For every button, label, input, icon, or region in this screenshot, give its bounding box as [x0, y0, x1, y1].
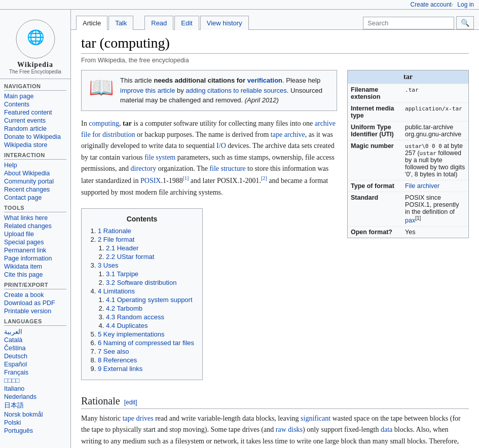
svg-text:🌐: 🌐	[26, 29, 44, 46]
sidebar-item-store[interactable]: Wikipedia store	[4, 141, 66, 149]
warning-icon: 📖	[89, 76, 114, 99]
toc-item-3[interactable]: 3 Uses 3.1 Tarpipe 3.2 Software distribu…	[98, 262, 194, 286]
sidebar-item-related-changes[interactable]: Related changes	[4, 222, 66, 230]
sidebar-item-lang-it[interactable]: Italiano	[4, 385, 66, 393]
significant-link[interactable]: significant	[301, 415, 330, 422]
languages-section: Languages العربية Català Čeština Deutsch…	[0, 318, 70, 435]
languages-title: Languages	[4, 318, 66, 326]
create-account-link[interactable]: Create account	[411, 1, 452, 8]
infobox-label-uti: Uniform Type Identifier (UTI)	[348, 122, 402, 140]
infobox-label-open: Open format?	[348, 227, 402, 238]
tab-view-history[interactable]: View history	[200, 16, 249, 30]
tab-article[interactable]: Article	[76, 16, 107, 30]
sidebar-item-what-links[interactable]: What links here	[4, 214, 66, 222]
verification-link[interactable]: verification	[247, 77, 282, 84]
toc-sublist-3: 3.1 Tarpipe 3.2 Software distribution	[106, 270, 194, 286]
sidebar-item-lang-ja[interactable]: 日本語	[4, 401, 66, 410]
sidebar-item-about[interactable]: About Wikipedia	[4, 169, 66, 177]
search-input[interactable]	[363, 17, 454, 29]
toc-item-4-4[interactable]: 4.4 Duplicates	[106, 322, 194, 329]
adding-citations-link[interactable]: adding citations to reliable sources	[186, 87, 286, 94]
infobox-row-media: Internet media type application/x-tar	[348, 103, 468, 122]
file-system-link[interactable]: file system	[144, 154, 175, 161]
sidebar-item-special-pages[interactable]: Special pages	[4, 238, 66, 246]
sidebar-item-help[interactable]: Help	[4, 161, 66, 169]
table-of-contents: Contents 1 Rationale 2 File format 2.1 H…	[81, 208, 203, 380]
file-structure-link[interactable]: file structure	[209, 165, 245, 172]
sidebar-item-printable[interactable]: Printable version	[4, 307, 66, 315]
sidebar-item-page-info[interactable]: Page information	[4, 254, 66, 263]
sidebar-item-lang-nb[interactable]: Norsk bokmål	[4, 410, 66, 419]
infobox-value-type: File archiver	[402, 180, 468, 192]
posix-link[interactable]: POSIX	[140, 177, 161, 184]
toc-item-2-1[interactable]: 2.1 Header	[106, 244, 194, 252]
sidebar-item-lang-cs[interactable]: Čeština	[4, 344, 66, 352]
sidebar-item-lang-fr[interactable]: Français	[4, 368, 66, 377]
wikipedia-subtitle: The Free Encyclopedia	[3, 69, 68, 74]
rationale-title: Rationale	[81, 395, 120, 407]
toc-item-6[interactable]: 6 Naming of compressed tar files	[98, 339, 194, 347]
sidebar-item-lang-ar[interactable]: العربية	[4, 327, 66, 336]
tab-read[interactable]: Read	[144, 16, 173, 30]
sidebar-item-contents[interactable]: Contents	[4, 100, 66, 108]
sidebar-item-upload-file[interactable]: Upload file	[4, 230, 66, 238]
sidebar-item-cite[interactable]: Cite this page	[4, 271, 66, 279]
toc-item-2-2[interactable]: 2.2 UStar format	[106, 253, 194, 260]
tools-section: Tools What links here Related changes Up…	[0, 205, 70, 279]
toc-item-3-2[interactable]: 3.2 Software distribution	[106, 279, 194, 286]
sidebar-item-lang-nl[interactable]: Nederlands	[4, 393, 66, 401]
tabs-bar: Article Talk Read Edit View history 🔍	[71, 10, 479, 30]
sidebar-item-lang-pt[interactable]: Português	[4, 427, 66, 435]
sidebar-item-community[interactable]: Community portal	[4, 177, 66, 185]
sidebar-item-lang-pl[interactable]: Polski	[4, 419, 66, 427]
raw-disks-link[interactable]: raw disks	[276, 426, 303, 433]
search-button[interactable]: 🔍	[456, 16, 474, 29]
tape-archive-link[interactable]: tape archive	[271, 131, 305, 138]
toc-sublist-2: 2.1 Header 2.2 UStar format	[106, 244, 194, 260]
computing-link[interactable]: computing	[89, 120, 119, 127]
layout: 🌐 Wikipedia The Free Encyclopedia Naviga…	[0, 10, 479, 448]
toc-item-8[interactable]: 8 References	[98, 356, 194, 364]
tape-drives-link[interactable]: tape drives	[123, 415, 154, 422]
toc-item-1[interactable]: 1 Rationale	[98, 227, 194, 235]
sidebar-item-download-pdf[interactable]: Download as PDF	[4, 299, 66, 307]
sidebar-item-lang-de[interactable]: Deutsch	[4, 352, 66, 360]
tab-edit[interactable]: Edit	[174, 16, 199, 30]
toc-list: 1 Rationale 2 File format 2.1 Header 2.2…	[98, 227, 194, 372]
wikipedia-title: Wikipedia	[3, 61, 68, 69]
sidebar-item-create-book[interactable]: Create a book	[4, 291, 66, 299]
toc-item-9[interactable]: 9 External links	[98, 365, 194, 372]
tab-talk[interactable]: Talk	[108, 16, 133, 30]
improve-article-link[interactable]: improve this article	[120, 87, 175, 94]
toc-item-3-1[interactable]: 3.1 Tarpipe	[106, 270, 194, 278]
sidebar-item-lang-es[interactable]: Español	[4, 360, 66, 368]
article: tar (computing) From Wikipedia, the free…	[71, 30, 479, 448]
toc-item-7[interactable]: 7 See also	[98, 348, 194, 355]
log-in-link[interactable]: Log in	[457, 1, 474, 8]
sidebar-item-lang-ja-sq[interactable]: □□□□	[4, 377, 66, 385]
toc-item-4-3[interactable]: 4.3 Random access	[106, 313, 194, 321]
toc-item-2[interactable]: 2 File format 2.1 Header 2.2 UStar forma…	[98, 236, 194, 260]
toc-item-4-2[interactable]: 4.2 Tarbomb	[106, 305, 194, 312]
data-blocks-link[interactable]: data	[381, 426, 392, 433]
toc-item-4[interactable]: 4 Limitations 4.1 Operating system suppo…	[98, 287, 194, 329]
sidebar-item-lang-ca[interactable]: Català	[4, 336, 66, 344]
search-area: 🔍	[363, 16, 474, 29]
wikipedia-logo: 🌐	[15, 19, 56, 59]
sidebar-item-contact[interactable]: Contact page	[4, 194, 66, 202]
sidebar-item-random[interactable]: Random article	[4, 125, 66, 133]
toc-item-4-1[interactable]: 4.1 Operating system support	[106, 296, 194, 304]
sidebar-item-featured[interactable]: Featured content	[4, 108, 66, 117]
sidebar-item-main-page[interactable]: Main page	[4, 92, 66, 100]
sidebar-item-donate[interactable]: Donate to Wikipedia	[4, 133, 66, 141]
rationale-edit-link[interactable]: [edit]	[124, 399, 137, 406]
toc-item-5[interactable]: 5 Key implementations	[98, 330, 194, 338]
io-link[interactable]: I/O	[216, 142, 226, 150]
sidebar-item-wikidata[interactable]: Wikidata item	[4, 263, 66, 271]
sidebar-item-recent[interactable]: Recent changes	[4, 185, 66, 194]
interaction-section: Interaction Help About Wikipedia Communi…	[0, 152, 70, 202]
sidebar-item-permanent-link[interactable]: Permanent link	[4, 246, 66, 254]
warning-text: This article needs additional citations …	[120, 76, 329, 105]
directory-link[interactable]: directory	[131, 165, 157, 172]
sidebar-item-current-events[interactable]: Current events	[4, 117, 66, 125]
